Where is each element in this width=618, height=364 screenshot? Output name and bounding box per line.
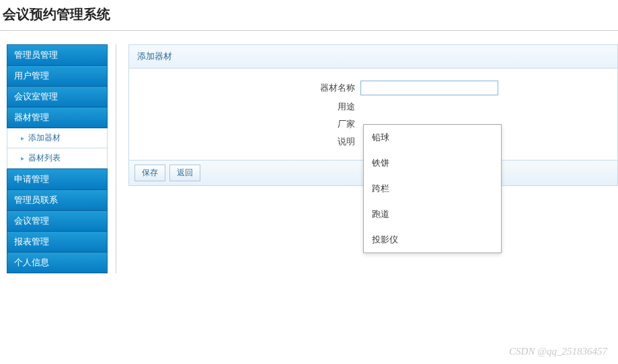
label-manufacturer: 厂家 bbox=[139, 118, 360, 130]
label-description: 说明 bbox=[139, 136, 360, 148]
label-purpose: 用途 bbox=[139, 101, 360, 113]
sidebar-item-report-manage[interactable]: 报表管理 bbox=[7, 232, 108, 253]
sidebar-item-profile[interactable]: 个人信息 bbox=[7, 253, 108, 273]
sidebar-item-equipment-manage[interactable]: 器材管理 bbox=[7, 107, 108, 128]
label-equipment-name: 器材名称 bbox=[139, 82, 360, 94]
autocomplete-option[interactable]: 跑道 bbox=[364, 201, 501, 227]
sidebar-item-meeting-manage[interactable]: 会议管理 bbox=[7, 211, 108, 232]
form-row-name: 器材名称 bbox=[139, 81, 608, 95]
autocomplete-option[interactable]: 铁饼 bbox=[364, 150, 501, 176]
sidebar: 管理员管理 用户管理 会议室管理 器材管理 添加器材 器材列表 申请管理 管理员… bbox=[0, 44, 108, 273]
header-divider bbox=[0, 30, 618, 31]
app-header: 会议预约管理系统 bbox=[0, 0, 618, 30]
sidebar-item-admin-contact[interactable]: 管理员联系 bbox=[7, 190, 108, 211]
form-row-purpose: 用途 bbox=[139, 101, 608, 113]
back-button[interactable]: 返回 bbox=[169, 165, 200, 181]
autocomplete-option[interactable]: 投影仪 bbox=[364, 227, 501, 253]
save-button[interactable]: 保存 bbox=[134, 165, 165, 181]
sidebar-subitem-add-equipment[interactable]: 添加器材 bbox=[7, 128, 108, 148]
panel-title: 添加器材 bbox=[129, 45, 617, 69]
sidebar-submenu-equipment: 添加器材 器材列表 bbox=[7, 128, 108, 169]
autocomplete-dropdown: 铅球 铁饼 跨栏 跑道 投影仪 bbox=[363, 124, 502, 253]
main-layout: 管理员管理 用户管理 会议室管理 器材管理 添加器材 器材列表 申请管理 管理员… bbox=[0, 44, 618, 273]
watermark: CSDN @qq_251836457 bbox=[509, 346, 607, 357]
sidebar-item-admin-manage[interactable]: 管理员管理 bbox=[7, 44, 108, 66]
sidebar-item-room-manage[interactable]: 会议室管理 bbox=[7, 87, 108, 107]
input-equipment-name[interactable] bbox=[360, 81, 498, 95]
autocomplete-option[interactable]: 跨栏 bbox=[364, 176, 501, 201]
sidebar-item-apply-manage[interactable]: 申请管理 bbox=[7, 169, 108, 190]
sidebar-item-user-manage[interactable]: 用户管理 bbox=[7, 66, 108, 87]
sidebar-subitem-equipment-list[interactable]: 器材列表 bbox=[7, 148, 108, 169]
autocomplete-option[interactable]: 铅球 bbox=[364, 125, 501, 150]
app-title: 会议预约管理系统 bbox=[3, 5, 615, 24]
